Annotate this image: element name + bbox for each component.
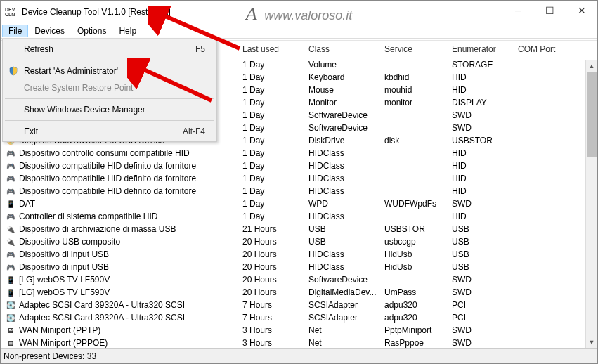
cell-enumerator: SWD bbox=[448, 110, 514, 120]
scroll-thumb[interactable] bbox=[587, 72, 597, 157]
table-row[interactable]: 🎮Dispositivo compatibile HID definito da… bbox=[1, 172, 597, 185]
cell-service: monitor bbox=[380, 98, 448, 108]
device-name: Dispositivo di input USB bbox=[19, 249, 109, 259]
scroll-down-icon[interactable]: ▼ bbox=[586, 336, 597, 348]
table-row[interactable]: 🖥WAN Miniport (PPPOE)3 HoursNetRasPppoeS… bbox=[1, 337, 597, 348]
cell-class: SoftwareDevice bbox=[304, 110, 380, 120]
scroll-up-icon[interactable]: ▲ bbox=[586, 60, 597, 72]
cell-last-used: 1 Day bbox=[238, 148, 304, 158]
table-row[interactable]: 📱DAT1 DayWPDWUDFWpdFsSWD bbox=[1, 197, 597, 210]
table-row[interactable]: 💽Adaptec SCSI Card 39320A - Ultra320 SCS… bbox=[1, 311, 597, 324]
cell-enumerator: HID bbox=[448, 148, 514, 158]
table-row[interactable]: 📱[LG] webOS TV LF590V20 HoursSoftwareDev… bbox=[1, 273, 597, 286]
cell-last-used: 20 Hours bbox=[238, 287, 304, 297]
device-name: Dispositivo compatibile HID definito da … bbox=[19, 186, 196, 196]
status-text: Non-present Devices: 33 bbox=[4, 351, 96, 361]
cell-enumerator: USB bbox=[448, 224, 514, 234]
cell-last-used: 1 Day bbox=[238, 174, 304, 183]
table-row[interactable]: 🎮Dispositivo controllo consumi compatibi… bbox=[1, 147, 597, 160]
menu-refresh[interactable]: Refresh F5 bbox=[4, 41, 215, 58]
cell-class: DiskDrive bbox=[304, 136, 380, 145]
menu-options[interactable]: Options bbox=[71, 25, 112, 37]
menu-restart-admin-label: Restart 'As Administrator' bbox=[24, 66, 118, 76]
menu-devices[interactable]: Devices bbox=[28, 25, 71, 37]
cell-enumerator: USB bbox=[448, 262, 514, 272]
col-com-port[interactable]: COM Port bbox=[514, 44, 570, 54]
cell-class: HIDClass bbox=[304, 174, 380, 183]
device-icon: 🎮 bbox=[5, 262, 16, 272]
table-row[interactable]: 📱[LG] webOS TV LF590V20 HoursDigitalMedi… bbox=[1, 286, 597, 299]
device-name: Dispositivo compatibile HID definito da … bbox=[19, 161, 196, 171]
cell-last-used: 21 Hours bbox=[238, 224, 304, 234]
menu-device-manager[interactable]: Show Windows Device Manager bbox=[4, 101, 215, 118]
cell-last-used: 1 Day bbox=[238, 136, 304, 145]
cell-enumerator: SWD bbox=[448, 275, 514, 285]
cell-class: Volume bbox=[304, 60, 380, 70]
minimize-button[interactable]: ─ bbox=[502, 1, 534, 20]
menu-exit[interactable]: Exit Alt-F4 bbox=[4, 123, 215, 140]
table-row[interactable]: 🔌Dispositivo USB composito20 HoursUSBusb… bbox=[1, 235, 597, 248]
cell-last-used: 1 Day bbox=[238, 186, 304, 196]
cell-last-used: 1 Day bbox=[238, 85, 304, 95]
cell-enumerator: HID bbox=[448, 85, 514, 95]
cell-enumerator: USB bbox=[448, 237, 514, 247]
cell-class: Mouse bbox=[304, 85, 380, 95]
menu-help[interactable]: Help bbox=[112, 25, 143, 37]
cell-enumerator: PCI bbox=[448, 313, 514, 323]
device-name: Controller di sistema compatibile HID bbox=[19, 212, 157, 221]
cell-last-used: 20 Hours bbox=[238, 237, 304, 247]
cell-last-used: 1 Day bbox=[238, 123, 304, 133]
device-name: DAT bbox=[19, 199, 35, 209]
cell-last-used: 20 Hours bbox=[238, 262, 304, 272]
table-row[interactable]: 🎮Controller di sistema compatibile HID1 … bbox=[1, 210, 597, 223]
device-icon: 💽 bbox=[5, 313, 16, 323]
cell-service: RasPppoe bbox=[380, 338, 448, 348]
cell-enumerator: SWD bbox=[448, 199, 514, 209]
table-row[interactable]: 🎮Dispositivo compatibile HID definito da… bbox=[1, 185, 597, 197]
cell-enumerator: SWD bbox=[448, 123, 514, 133]
device-name: Dispositivo compatibile HID definito da … bbox=[19, 174, 196, 183]
device-icon: 🎮 bbox=[5, 174, 16, 183]
cell-enumerator: HID bbox=[448, 72, 514, 82]
cell-last-used: 7 Hours bbox=[238, 300, 304, 310]
device-name: Adaptec SCSI Card 39320A - Ultra320 SCSI bbox=[19, 313, 185, 323]
table-row[interactable]: 🎮Dispositivo di input USB20 HoursHIDClas… bbox=[1, 261, 597, 273]
menu-restart-admin[interactable]: Restart 'As Administrator' bbox=[4, 63, 215, 79]
cell-class: HIDClass bbox=[304, 148, 380, 158]
cell-last-used: 7 Hours bbox=[238, 313, 304, 323]
device-name: Adaptec SCSI Card 39320A - Ultra320 SCSI bbox=[19, 300, 185, 310]
cell-class: USB bbox=[304, 224, 380, 234]
device-name: [LG] webOS TV LF590V bbox=[19, 287, 110, 297]
cell-service: WUDFWpdFs bbox=[380, 199, 448, 209]
table-row[interactable]: 🖥WAN Miniport (PPTP)3 HoursNetPptpMinipo… bbox=[1, 324, 597, 337]
menu-refresh-label: Refresh bbox=[24, 44, 53, 54]
menu-file[interactable]: File bbox=[2, 25, 28, 37]
vertical-scrollbar[interactable]: ▲ ▼ bbox=[585, 60, 597, 348]
close-button[interactable]: ✕ bbox=[566, 1, 597, 20]
device-icon: 🖥 bbox=[5, 325, 16, 335]
cell-enumerator: DISPLAY bbox=[448, 98, 514, 108]
table-row[interactable]: 🔌Dispositivo di archiviazione di massa U… bbox=[1, 223, 597, 235]
col-class[interactable]: Class bbox=[304, 44, 380, 54]
cell-last-used: 1 Day bbox=[238, 72, 304, 82]
table-row[interactable]: 💽Adaptec SCSI Card 39320A - Ultra320 SCS… bbox=[1, 299, 597, 311]
cell-class: Net bbox=[304, 338, 380, 348]
col-enumerator[interactable]: Enumerator bbox=[448, 44, 514, 54]
maximize-button[interactable]: ☐ bbox=[534, 1, 566, 20]
title-bar: DEV CLN Device Cleanup Tool V1.1.0 [Rest… bbox=[1, 1, 597, 23]
status-bar: Non-present Devices: 33 bbox=[1, 348, 597, 363]
cell-service: usbccgp bbox=[380, 237, 448, 247]
table-row[interactable]: 🎮Dispositivo di input USB20 HoursHIDClas… bbox=[1, 248, 597, 261]
col-last-used[interactable]: Last used bbox=[238, 44, 304, 54]
cell-last-used: 1 Day bbox=[238, 161, 304, 171]
cell-class: HIDClass bbox=[304, 249, 380, 259]
device-icon: 🖥 bbox=[5, 338, 16, 348]
col-service[interactable]: Service bbox=[380, 44, 448, 54]
cell-last-used: 20 Hours bbox=[238, 275, 304, 285]
cell-enumerator: HID bbox=[448, 174, 514, 183]
cell-last-used: 1 Day bbox=[238, 110, 304, 120]
cell-class: HIDClass bbox=[304, 161, 380, 171]
table-row[interactable]: 🎮Dispositivo compatibile HID definito da… bbox=[1, 160, 597, 172]
device-name: [LG] webOS TV LF590V bbox=[19, 275, 110, 285]
shield-icon bbox=[8, 65, 19, 77]
